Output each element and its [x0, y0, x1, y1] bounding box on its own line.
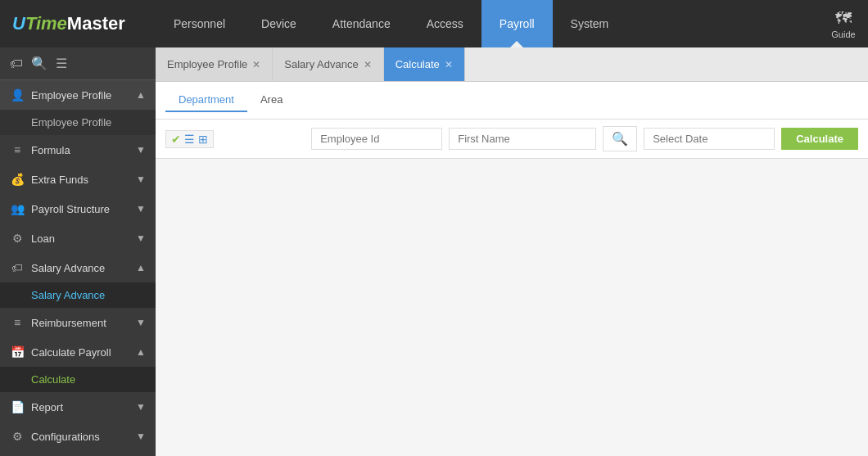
sidebar-configurations-label: Configurations [31, 431, 100, 443]
sidebar-calculate-payroll-label: Calculate Payroll [31, 346, 111, 359]
salary-advance-icon: 🏷 [10, 261, 25, 274]
sidebar-sub-salary-advance[interactable]: Salary Advance [0, 282, 156, 308]
nav-item-attendance[interactable]: Attendance [314, 0, 409, 47]
nav-item-device[interactable]: Device [243, 0, 314, 47]
logo-u: U [12, 13, 25, 34]
sidebar-sub-employee-profile[interactable]: Employee Profile [0, 110, 156, 135]
sidebar-section-salary-advance: 🏷 Salary Advance ▲ Salary Advance [0, 253, 156, 308]
search-row: ✔ ☰ ⊞ 🔍 Calculate [156, 120, 868, 159]
sidebar-report-label: Report [31, 401, 63, 413]
sidebar-section-employee-profile: 👤 Employee Profile ▲ Employee Profile [0, 80, 156, 135]
nav-item-system[interactable]: System [553, 0, 627, 47]
guide-icon: 🗺 [835, 9, 852, 28]
chevron-up-icon-3: ▲ [136, 346, 146, 358]
nav-item-personnel[interactable]: Personnel [156, 0, 243, 47]
chevron-down-icon-3: ▼ [136, 203, 146, 214]
table-area [156, 159, 868, 456]
report-icon: 📄 [10, 400, 25, 413]
menu-icon[interactable]: ☰ [56, 56, 67, 71]
payroll-structure-icon: 👥 [10, 202, 25, 215]
tabs-bar: Employee Profile ✕ Salary Advance ✕ Calc… [156, 47, 868, 82]
sidebar-sub-calculate[interactable]: Calculate [0, 367, 156, 392]
tab-salary-advance-label: Salary Advance [284, 58, 358, 70]
sidebar-payroll-structure-label: Payroll Structure [31, 203, 110, 215]
sidebar-item-salary-advance[interactable]: 🏷 Salary Advance ▲ [0, 253, 156, 282]
sidebar-item-calculate-payroll[interactable]: 📅 Calculate Payroll ▲ [0, 337, 156, 367]
filter-tab-department[interactable]: Department [165, 88, 247, 112]
extra-funds-icon: 💰 [10, 173, 25, 186]
sidebar-item-formula[interactable]: ≡ Formula ▼ [0, 135, 156, 165]
tab-calculate-close[interactable]: ✕ [445, 59, 453, 70]
logo-master: Master [67, 13, 125, 34]
search-button[interactable]: 🔍 [603, 126, 637, 151]
tab-calculate[interactable]: Calculate ✕ [384, 47, 465, 81]
sidebar: 🏷 🔍 ☰ 👤 Employee Profile ▲ Employee Prof… [0, 47, 156, 456]
sidebar-item-configurations[interactable]: ⚙ Configurations ▼ [0, 422, 156, 451]
sidebar-section-calculate-payroll: 📅 Calculate Payroll ▲ Calculate [0, 337, 156, 392]
employee-id-input[interactable] [311, 128, 442, 150]
employee-profile-icon: 👤 [10, 88, 25, 102]
search-icon[interactable]: 🔍 [31, 56, 47, 71]
top-navigation: UTime Master Personnel Device Attendance… [0, 0, 868, 47]
grid-view-icon[interactable]: ⊞ [198, 133, 208, 146]
chevron-up-icon: ▲ [136, 89, 146, 101]
tag-icon[interactable]: 🏷 [10, 56, 23, 71]
logo-time: Time [25, 13, 67, 34]
list-view-icon[interactable]: ☰ [184, 133, 195, 146]
logo: UTime Master [0, 13, 156, 34]
tab-employee-profile-close[interactable]: ✕ [252, 59, 260, 70]
sidebar-reimbursement-label: Reimbursement [31, 317, 106, 329]
filter-tab-area[interactable]: Area [247, 88, 296, 112]
first-name-input[interactable] [449, 128, 596, 150]
sidebar-item-payroll-structure[interactable]: 👥 Payroll Structure ▼ [0, 194, 156, 223]
guide-label: Guide [831, 29, 855, 39]
tab-salary-advance-close[interactable]: ✕ [364, 59, 372, 70]
nav-items: Personnel Device Attendance Access Payro… [156, 0, 819, 47]
main-area: 🏷 🔍 ☰ 👤 Employee Profile ▲ Employee Prof… [0, 47, 868, 456]
search-icon: 🔍 [612, 132, 628, 146]
sidebar-extra-funds-label: Extra Funds [31, 174, 88, 186]
sidebar-toolbar: 🏷 🔍 ☰ [0, 47, 156, 80]
formula-icon: ≡ [10, 143, 25, 156]
sidebar-formula-label: Formula [31, 144, 70, 156]
calculate-payroll-icon: 📅 [10, 345, 25, 359]
checkmark-icon[interactable]: ✔ [171, 133, 181, 146]
chevron-down-icon-4: ▼ [136, 233, 146, 244]
nav-item-access[interactable]: Access [409, 0, 481, 47]
sidebar-salary-advance-label: Salary Advance [31, 262, 105, 274]
chevron-down-icon-2: ▼ [136, 174, 146, 185]
sidebar-item-report[interactable]: 📄 Report ▼ [0, 392, 156, 422]
sidebar-item-employee-profile[interactable]: 👤 Employee Profile ▲ [0, 80, 156, 110]
chevron-down-icon: ▼ [136, 144, 146, 156]
content-area: Employee Profile ✕ Salary Advance ✕ Calc… [156, 47, 868, 456]
sidebar-loan-label: Loan [31, 233, 55, 245]
tab-calculate-label: Calculate [396, 58, 440, 70]
filter-bar: Department Area [156, 82, 868, 120]
chevron-down-icon-7: ▼ [136, 431, 146, 442]
sidebar-item-extra-funds[interactable]: 💰 Extra Funds ▼ [0, 165, 156, 194]
nav-item-payroll[interactable]: Payroll [481, 0, 553, 47]
sidebar-item-reimbursement[interactable]: ≡ Reimbursement ▼ [0, 308, 156, 337]
chevron-down-icon-5: ▼ [136, 317, 146, 328]
loan-icon: ⚙ [10, 232, 25, 245]
sidebar-item-loan[interactable]: ⚙ Loan ▼ [0, 223, 156, 253]
chevron-down-icon-6: ▼ [136, 401, 146, 413]
sidebar-employee-profile-label: Employee Profile [31, 89, 111, 102]
tab-salary-advance[interactable]: Salary Advance ✕ [273, 47, 383, 81]
guide-button[interactable]: 🗺 Guide [819, 0, 868, 47]
configurations-icon: ⚙ [10, 430, 25, 443]
calculate-button[interactable]: Calculate [781, 128, 858, 150]
chevron-up-icon-2: ▲ [136, 262, 146, 273]
table-view-icons: ✔ ☰ ⊞ [165, 130, 214, 148]
tab-employee-profile-label: Employee Profile [167, 58, 247, 70]
reimbursement-icon: ≡ [10, 316, 25, 329]
tab-employee-profile[interactable]: Employee Profile ✕ [156, 47, 273, 81]
date-input[interactable] [644, 128, 775, 150]
